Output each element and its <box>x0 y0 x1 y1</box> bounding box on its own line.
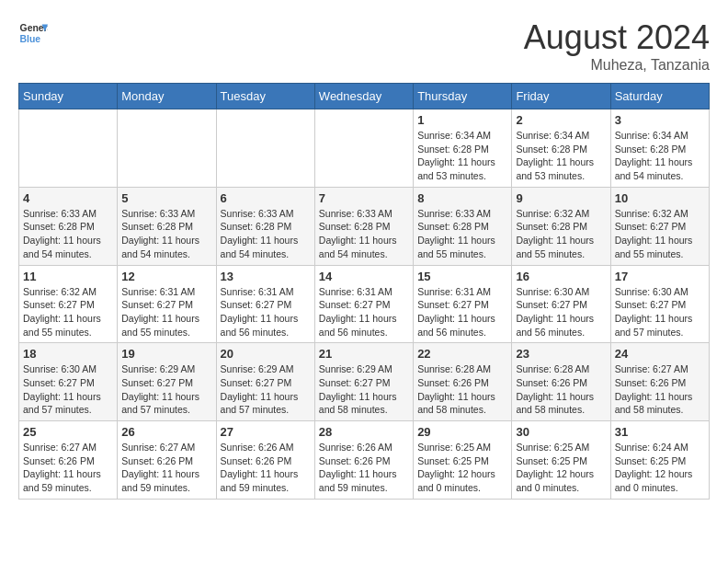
day-number: 14 <box>319 270 409 283</box>
calendar-cell <box>216 109 314 188</box>
day-number: 26 <box>121 425 211 439</box>
weekday-header-friday: Friday <box>512 84 610 109</box>
day-number: 11 <box>23 270 113 283</box>
calendar-cell: 15Sunrise: 6:31 AM Sunset: 6:27 PM Dayli… <box>414 265 512 343</box>
day-info: Sunrise: 6:34 AM Sunset: 6:28 PM Dayligh… <box>615 129 705 183</box>
calendar-cell: 29Sunrise: 6:25 AM Sunset: 6:25 PM Dayli… <box>414 421 512 500</box>
weekday-header-row: SundayMondayTuesdayWednesdayThursdayFrid… <box>19 84 710 109</box>
day-info: Sunrise: 6:32 AM Sunset: 6:27 PM Dayligh… <box>23 285 113 339</box>
calendar-cell <box>19 109 118 188</box>
calendar-cell: 26Sunrise: 6:27 AM Sunset: 6:26 PM Dayli… <box>118 421 216 500</box>
day-number: 24 <box>615 347 705 361</box>
calendar-cell: 27Sunrise: 6:26 AM Sunset: 6:26 PM Dayli… <box>216 421 314 500</box>
page-header: General Blue August 2024 Muheza, Tanzani… <box>18 18 710 74</box>
day-info: Sunrise: 6:31 AM Sunset: 6:27 PM Dayligh… <box>417 285 507 339</box>
day-number: 5 <box>121 191 211 205</box>
day-number: 3 <box>615 113 705 127</box>
day-info: Sunrise: 6:34 AM Sunset: 6:28 PM Dayligh… <box>516 129 606 183</box>
day-info: Sunrise: 6:29 AM Sunset: 6:27 PM Dayligh… <box>319 362 409 417</box>
day-number: 6 <box>221 191 311 205</box>
day-info: Sunrise: 6:33 AM Sunset: 6:28 PM Dayligh… <box>319 207 409 261</box>
day-number: 13 <box>221 270 311 283</box>
calendar-cell: 17Sunrise: 6:30 AM Sunset: 6:27 PM Dayli… <box>610 265 709 343</box>
day-info: Sunrise: 6:32 AM Sunset: 6:27 PM Dayligh… <box>615 207 705 261</box>
calendar-cell <box>314 109 413 188</box>
logo-icon: General Blue <box>18 18 48 48</box>
day-number: 17 <box>615 270 705 283</box>
calendar-table: SundayMondayTuesdayWednesdayThursdayFrid… <box>18 83 710 500</box>
calendar-cell: 25Sunrise: 6:27 AM Sunset: 6:26 PM Dayli… <box>19 421 118 500</box>
day-number: 15 <box>417 270 507 283</box>
calendar-cell: 9Sunrise: 6:32 AM Sunset: 6:28 PM Daylig… <box>512 187 610 265</box>
day-info: Sunrise: 6:31 AM Sunset: 6:27 PM Dayligh… <box>319 285 409 339</box>
day-info: Sunrise: 6:27 AM Sunset: 6:26 PM Dayligh… <box>615 362 705 417</box>
day-info: Sunrise: 6:33 AM Sunset: 6:28 PM Dayligh… <box>417 207 507 261</box>
calendar-week-1: 1Sunrise: 6:34 AM Sunset: 6:28 PM Daylig… <box>19 109 710 188</box>
weekday-header-saturday: Saturday <box>610 84 709 109</box>
weekday-header-tuesday: Tuesday <box>216 84 314 109</box>
calendar-cell: 22Sunrise: 6:28 AM Sunset: 6:26 PM Dayli… <box>414 343 512 421</box>
calendar-cell: 11Sunrise: 6:32 AM Sunset: 6:27 PM Dayli… <box>19 265 118 343</box>
weekday-header-thursday: Thursday <box>414 84 512 109</box>
day-number: 7 <box>319 191 409 205</box>
day-number: 4 <box>23 191 113 205</box>
day-info: Sunrise: 6:26 AM Sunset: 6:26 PM Dayligh… <box>221 441 311 495</box>
day-number: 10 <box>615 191 705 205</box>
calendar-cell <box>118 109 216 188</box>
day-info: Sunrise: 6:31 AM Sunset: 6:27 PM Dayligh… <box>121 285 211 339</box>
day-info: Sunrise: 6:27 AM Sunset: 6:26 PM Dayligh… <box>23 441 113 495</box>
calendar-week-2: 4Sunrise: 6:33 AM Sunset: 6:28 PM Daylig… <box>19 187 710 265</box>
calendar-cell: 3Sunrise: 6:34 AM Sunset: 6:28 PM Daylig… <box>610 109 709 188</box>
calendar-cell: 2Sunrise: 6:34 AM Sunset: 6:28 PM Daylig… <box>512 109 610 188</box>
calendar-week-5: 25Sunrise: 6:27 AM Sunset: 6:26 PM Dayli… <box>19 421 710 500</box>
calendar-week-3: 11Sunrise: 6:32 AM Sunset: 6:27 PM Dayli… <box>19 265 710 343</box>
day-info: Sunrise: 6:30 AM Sunset: 6:27 PM Dayligh… <box>615 285 705 339</box>
day-info: Sunrise: 6:27 AM Sunset: 6:26 PM Dayligh… <box>121 441 211 495</box>
day-info: Sunrise: 6:31 AM Sunset: 6:27 PM Dayligh… <box>221 285 311 339</box>
day-number: 2 <box>516 113 606 127</box>
day-info: Sunrise: 6:33 AM Sunset: 6:28 PM Dayligh… <box>23 207 113 261</box>
calendar-cell: 16Sunrise: 6:30 AM Sunset: 6:27 PM Dayli… <box>512 265 610 343</box>
calendar-cell: 7Sunrise: 6:33 AM Sunset: 6:28 PM Daylig… <box>314 187 413 265</box>
calendar-header: SundayMondayTuesdayWednesdayThursdayFrid… <box>19 84 710 109</box>
day-info: Sunrise: 6:29 AM Sunset: 6:27 PM Dayligh… <box>121 362 211 417</box>
day-info: Sunrise: 6:28 AM Sunset: 6:26 PM Dayligh… <box>417 362 507 417</box>
calendar-week-4: 18Sunrise: 6:30 AM Sunset: 6:27 PM Dayli… <box>19 343 710 421</box>
day-info: Sunrise: 6:34 AM Sunset: 6:28 PM Dayligh… <box>417 129 507 183</box>
calendar-cell: 8Sunrise: 6:33 AM Sunset: 6:28 PM Daylig… <box>414 187 512 265</box>
logo: General Blue <box>18 18 48 48</box>
calendar-cell: 30Sunrise: 6:25 AM Sunset: 6:25 PM Dayli… <box>512 421 610 500</box>
calendar-body: 1Sunrise: 6:34 AM Sunset: 6:28 PM Daylig… <box>19 109 710 500</box>
weekday-header-wednesday: Wednesday <box>314 84 413 109</box>
day-number: 18 <box>23 347 113 361</box>
day-number: 27 <box>221 425 311 439</box>
day-number: 1 <box>417 113 507 127</box>
weekday-header-sunday: Sunday <box>19 84 118 109</box>
calendar-cell: 14Sunrise: 6:31 AM Sunset: 6:27 PM Dayli… <box>314 265 413 343</box>
calendar-cell: 18Sunrise: 6:30 AM Sunset: 6:27 PM Dayli… <box>19 343 118 421</box>
day-info: Sunrise: 6:24 AM Sunset: 6:25 PM Dayligh… <box>615 441 705 495</box>
calendar-cell: 31Sunrise: 6:24 AM Sunset: 6:25 PM Dayli… <box>610 421 709 500</box>
calendar-cell: 20Sunrise: 6:29 AM Sunset: 6:27 PM Dayli… <box>216 343 314 421</box>
day-number: 19 <box>121 347 211 361</box>
calendar-cell: 1Sunrise: 6:34 AM Sunset: 6:28 PM Daylig… <box>414 109 512 188</box>
month-year-title: August 2024 <box>524 18 710 57</box>
calendar-cell: 6Sunrise: 6:33 AM Sunset: 6:28 PM Daylig… <box>216 187 314 265</box>
calendar-cell: 13Sunrise: 6:31 AM Sunset: 6:27 PM Dayli… <box>216 265 314 343</box>
svg-text:Blue: Blue <box>20 34 41 44</box>
calendar-cell: 19Sunrise: 6:29 AM Sunset: 6:27 PM Dayli… <box>118 343 216 421</box>
day-number: 28 <box>319 425 409 439</box>
day-info: Sunrise: 6:25 AM Sunset: 6:25 PM Dayligh… <box>516 441 606 495</box>
day-number: 29 <box>417 425 507 439</box>
day-info: Sunrise: 6:33 AM Sunset: 6:28 PM Dayligh… <box>221 207 311 261</box>
day-info: Sunrise: 6:29 AM Sunset: 6:27 PM Dayligh… <box>221 362 311 417</box>
day-number: 22 <box>417 347 507 361</box>
calendar-cell: 5Sunrise: 6:33 AM Sunset: 6:28 PM Daylig… <box>118 187 216 265</box>
day-info: Sunrise: 6:28 AM Sunset: 6:26 PM Dayligh… <box>516 362 606 417</box>
day-info: Sunrise: 6:25 AM Sunset: 6:25 PM Dayligh… <box>417 441 507 495</box>
day-info: Sunrise: 6:26 AM Sunset: 6:26 PM Dayligh… <box>319 441 409 495</box>
day-info: Sunrise: 6:30 AM Sunset: 6:27 PM Dayligh… <box>516 285 606 339</box>
day-number: 9 <box>516 191 606 205</box>
weekday-header-monday: Monday <box>118 84 216 109</box>
day-number: 21 <box>319 347 409 361</box>
